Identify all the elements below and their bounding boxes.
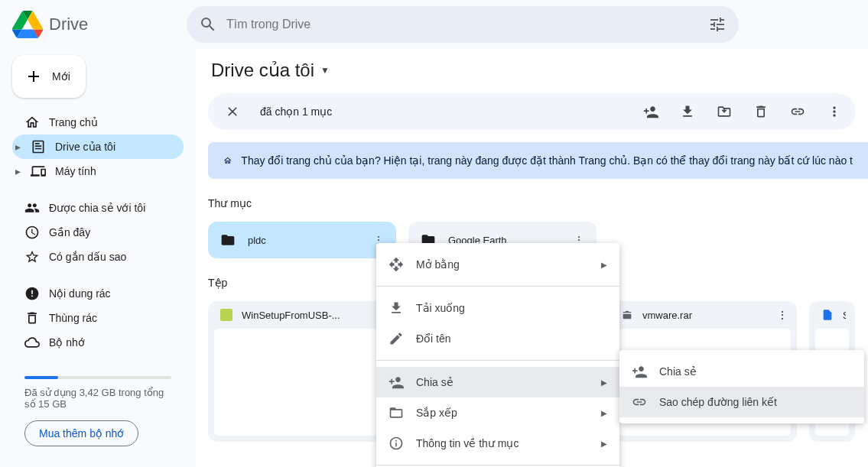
star-icon (24, 249, 40, 264)
location-breadcrumb[interactable]: Drive của tôi ▼ (208, 60, 868, 81)
nav-home[interactable]: Trang chủ (12, 110, 184, 135)
share-icon (632, 364, 647, 379)
context-submenu-share: Chia sẻ Sao chép đường liên kết (619, 350, 864, 423)
tune-icon[interactable] (708, 15, 727, 34)
clock-icon (24, 225, 40, 240)
chevron-right-icon: ▶ (601, 378, 607, 387)
buy-storage-button[interactable]: Mua thêm bộ nhớ (24, 420, 138, 446)
chevron-right-icon: ▶ (601, 409, 607, 417)
move-button[interactable] (709, 96, 740, 127)
nav-starred[interactable]: Có gắn dấu sao (12, 245, 184, 269)
new-button[interactable]: Mới (12, 55, 86, 98)
selection-toolbar: đã chọn 1 mục (208, 93, 856, 130)
storage-block: Đã sử dụng 3,42 GB trong tổng số 15 GB M… (12, 367, 184, 449)
folder-card-pldc[interactable]: pldc ⋮ (208, 222, 396, 258)
caret-down-icon: ▼ (320, 65, 330, 76)
logo-wrap[interactable]: Drive (12, 9, 180, 40)
storage-text: Đã sử dụng 3,42 GB trong tổng số 15 GB (24, 387, 171, 410)
home-icon (24, 115, 40, 130)
clear-selection-button[interactable] (217, 96, 248, 127)
info-icon (388, 436, 404, 451)
link-icon (632, 394, 647, 410)
ctx-organize[interactable]: Sắp xếp ▶ (376, 397, 619, 428)
share-icon (388, 375, 404, 390)
edit-icon (388, 331, 404, 346)
chevron-right-icon: ▸ (15, 141, 24, 153)
ctx-share[interactable]: Chia sẻ ▶ (376, 367, 619, 397)
context-menu: Mở bằng ▶ Tải xuống Đổi tên Chia sẻ ▶ Sắ… (376, 243, 619, 467)
share-button[interactable] (636, 96, 666, 127)
archive-icon (621, 309, 633, 321)
chevron-right-icon: ▸ (15, 165, 24, 177)
sidebar: Mới Trang chủ ▸ Drive của tôi ▸ Máy tính… (0, 49, 196, 467)
home-icon (223, 153, 232, 168)
drive-icon (31, 139, 46, 154)
svg-rect-0 (220, 309, 232, 321)
ctx-sub-copylink[interactable]: Sao chép đường liên kết (619, 387, 864, 417)
chevron-right-icon: ▶ (601, 439, 607, 448)
download-icon (388, 300, 404, 316)
selection-text: đã chọn 1 mục (260, 105, 332, 118)
nav-trash[interactable]: Thùng rác (12, 306, 184, 330)
plus-icon (24, 67, 43, 86)
header: Drive (0, 0, 868, 49)
ctx-rename[interactable]: Đổi tên (376, 323, 619, 354)
ctx-sub-share[interactable]: Chia sẻ (619, 356, 864, 387)
doc-icon (821, 309, 834, 321)
drive-logo-icon (12, 9, 43, 40)
chevron-right-icon: ▶ (601, 261, 607, 269)
more-button[interactable] (819, 96, 850, 127)
info-banner: Thay đổi trang chủ của bạn? Hiện tại, tr… (208, 142, 868, 179)
search-icon (199, 15, 217, 34)
ctx-open-with[interactable]: Mở bằng ▶ (376, 249, 619, 280)
search-bar[interactable] (187, 6, 739, 43)
new-button-label: Mới (52, 70, 70, 83)
search-input[interactable] (226, 18, 699, 31)
nav-my-drive[interactable]: ▸ Drive của tôi (12, 135, 184, 159)
file-more-button[interactable]: ⋮ (777, 309, 788, 321)
open-icon (388, 257, 404, 272)
storage-bar (24, 376, 171, 379)
nav-shared[interactable]: Được chia sẻ với tôi (12, 196, 184, 220)
delete-button[interactable] (746, 96, 776, 127)
link-button[interactable] (782, 96, 813, 127)
app-title: Drive (49, 15, 88, 34)
people-icon (24, 200, 40, 216)
cloud-icon (24, 335, 40, 350)
folders-heading: Thư mục (208, 197, 868, 209)
download-button[interactable] (672, 96, 703, 127)
zip-icon (220, 309, 232, 321)
computers-icon (31, 164, 46, 179)
nav-spam[interactable]: Nội dung rác (12, 281, 184, 306)
trash-icon (24, 310, 40, 326)
nav-computers[interactable]: ▸ Máy tính (12, 159, 184, 183)
file-preview (214, 329, 390, 436)
folder-icon (220, 232, 236, 248)
ctx-info[interactable]: Thông tin về thư mục ▶ (376, 428, 619, 459)
nav-recent[interactable]: Gần đây (12, 220, 184, 245)
spam-icon (24, 286, 40, 301)
file-card-winsetup[interactable]: WinSetupFromUSB-... (208, 301, 396, 442)
ctx-download[interactable]: Tải xuống (376, 293, 619, 323)
nav-storage[interactable]: Bộ nhớ (12, 330, 184, 355)
folder-open-icon (388, 405, 404, 420)
